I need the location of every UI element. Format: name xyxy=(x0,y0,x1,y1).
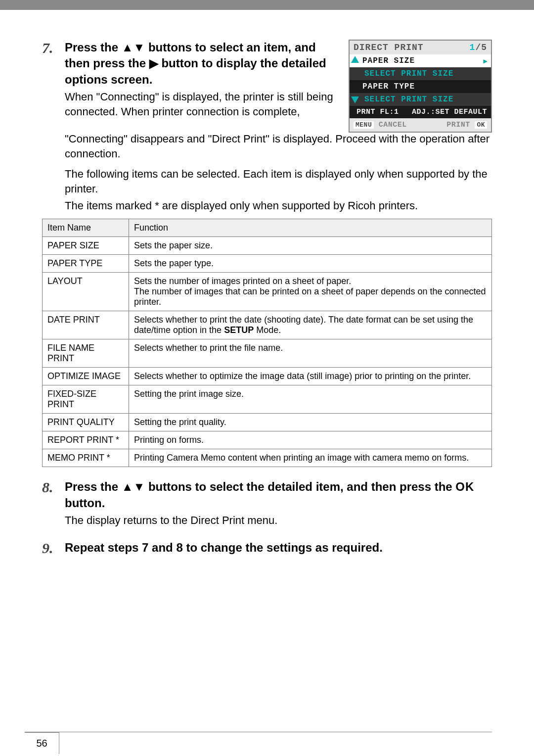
step-number: 8. xyxy=(42,479,65,495)
lcd-row-paper-size-value: SELECT PRINT SIZE xyxy=(350,67,491,80)
print-items-table: Item Name Function PAPER SIZESets the pa… xyxy=(42,219,492,467)
step-8-title: Press the ▲▼ buttons to select the detai… xyxy=(65,479,492,511)
manual-page: 7. Press the ▲▼ buttons to select an ite… xyxy=(0,10,534,756)
menu-button-label: MENU xyxy=(354,121,374,129)
step-7-body-part1: When "Connecting" is displayed, the prin… xyxy=(65,90,339,119)
step-7-title: Press the ▲▼ buttons to select an item, … xyxy=(65,40,339,88)
table-row: PAPER TYPESets the paper type. xyxy=(43,255,492,273)
table-row: OPTIMIZE IMAGESelects whether to optimiz… xyxy=(43,368,492,385)
table-header-row: Item Name Function xyxy=(43,219,492,237)
col-item-name: Item Name xyxy=(43,219,129,237)
lcd-row-paper-type: PAPER TYPE xyxy=(350,80,491,93)
table-row: LAYOUTSets the number of images printed … xyxy=(43,273,492,311)
lcd-footer-1: PRNT FL:1 ADJ.:SET DEFAULT xyxy=(350,106,491,118)
col-function: Function xyxy=(129,219,492,237)
lcd-footer-2: MENU CANCEL PRINT OK xyxy=(350,118,491,132)
step-8-body: The display returns to the Direct Print … xyxy=(65,513,492,528)
up-down-arrows-icon: ▲▼ xyxy=(122,41,145,54)
lcd-page-indicator: 1/5 xyxy=(470,43,487,52)
step-7-body-part2: "Connecting" disappears and "Direct Prin… xyxy=(65,132,492,161)
right-arrow-icon: ▶ xyxy=(149,56,158,70)
table-row: REPORT PRINT *Printing on forms. xyxy=(43,431,492,449)
up-down-arrows-icon: ▲▼ xyxy=(122,480,145,493)
table-row: PRINT QUALITYSetting the print quality. xyxy=(43,414,492,431)
table-row: DATE PRINTSelects whether to print the d… xyxy=(43,311,492,339)
step-7: 7. Press the ▲▼ buttons to select an ite… xyxy=(42,40,492,467)
table-row: PAPER SIZESets the paper size. xyxy=(43,237,492,255)
table-row: FIXED-SIZE PRINTSetting the print image … xyxy=(43,385,492,414)
step-9-title: Repeat steps 7 and 8 to change the setti… xyxy=(65,540,492,556)
ok-button-label: OK xyxy=(475,121,487,129)
step-8: 8. Press the ▲▼ buttons to select the de… xyxy=(42,479,492,527)
right-triangle-icon: ▶ xyxy=(484,57,488,65)
step-9: 9. Repeat steps 7 and 8 to change the se… xyxy=(42,540,492,556)
step-number: 9. xyxy=(42,540,65,556)
lcd-body: PAPER SIZE ▶ SELECT PRINT SIZE PAPER TYP… xyxy=(350,54,491,118)
table-row: MEMO PRINT *Printing Camera Memo content… xyxy=(43,449,492,467)
page-footer-rule xyxy=(25,732,492,732)
lcd-row-paper-type-value: SELECT PRINT SIZE xyxy=(350,93,491,106)
step-7-note1: The following items can be selected. Eac… xyxy=(65,167,492,196)
step-number: 7. xyxy=(42,40,65,56)
step-7-note2: The items marked * are displayed only wh… xyxy=(65,198,492,213)
lcd-title: DIRECT PRINT xyxy=(354,43,424,52)
camera-lcd-preview: DIRECT PRINT 1/5 PAPER SIZE ▶ SELECT PRI… xyxy=(349,40,492,133)
ok-label: OK xyxy=(455,480,474,493)
page-number: 56 xyxy=(25,732,59,754)
lcd-header: DIRECT PRINT 1/5 xyxy=(350,41,491,54)
table-row: FILE NAME PRINTSelects whether to print … xyxy=(43,339,492,368)
lcd-row-paper-size: PAPER SIZE ▶ xyxy=(350,54,491,67)
